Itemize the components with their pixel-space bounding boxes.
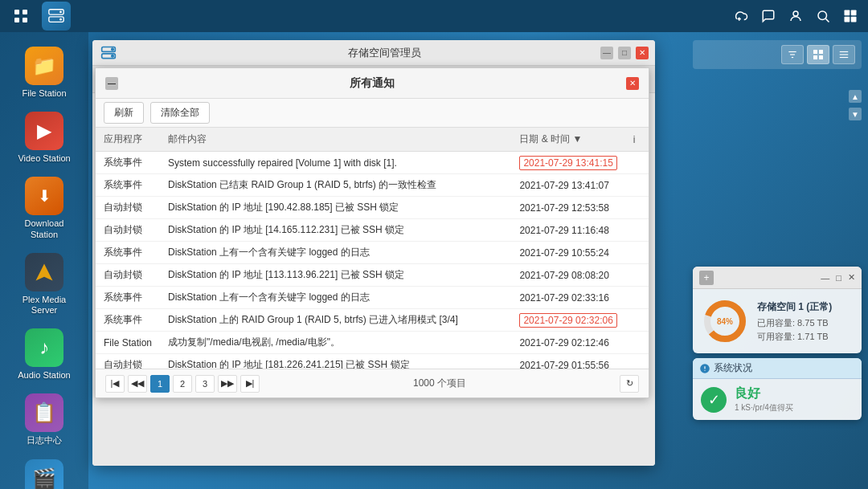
table-row[interactable]: 自动封锁DiskStation 的 IP 地址 [181.226.241.215… <box>96 354 649 369</box>
list-view-button[interactable] <box>833 45 855 64</box>
sidebar-item-label: File Station <box>22 88 66 99</box>
pagination-page-3[interactable]: 3 <box>195 375 215 393</box>
cell-content: DiskStation 上有一个含有关键字 logged 的日志 <box>160 287 511 309</box>
grid-view-button[interactable] <box>807 45 829 64</box>
apps-grid-button[interactable] <box>6 2 35 31</box>
storage-manager-taskbar-icon[interactable] <box>42 2 71 31</box>
widget-body: 84% 存储空间 1 (正常) 已用容量: 8.75 TB 可用容量: 1.71… <box>693 289 862 353</box>
sidebar-item-label: Download Station <box>11 218 77 239</box>
cell-source: 系统事件 <box>96 174 160 197</box>
window-restore-button[interactable]: □ <box>618 47 631 59</box>
window-minimize-button[interactable]: — <box>600 47 613 59</box>
grid-view-icon[interactable] <box>839 5 862 27</box>
window-app-icon <box>100 45 117 61</box>
table-row[interactable]: 自动封锁DiskStation 的 IP 地址 [113.113.96.221]… <box>96 264 649 287</box>
svg-point-8 <box>793 11 798 16</box>
widget-header: + — □ ✕ <box>693 267 862 289</box>
system-widget-title: 系统状况 <box>714 361 752 375</box>
pagination-page-1[interactable]: 1 <box>150 375 170 393</box>
file-station-icon: 📁 <box>25 47 63 85</box>
system-widget: 系统状况 ✓ 良好 1 kS·/pr/4值得买 <box>693 358 862 420</box>
status-check-icon: ✓ <box>701 387 727 413</box>
pagination-first[interactable]: |◀ <box>105 375 125 393</box>
svg-point-7 <box>59 18 62 21</box>
window-title: 存储空间管理员 <box>121 46 647 60</box>
notification-scroll-area[interactable]: 应用程序 邮件内容 日期 & 时间 ▼ i 系统事件System success… <box>96 128 649 369</box>
cell-content: DiskStation 的 IP 地址 [190.42.88.185] 已被 S… <box>160 197 511 219</box>
table-row[interactable]: 系统事件DiskStation 上有一个含有关键字 logged 的日志2021… <box>96 242 649 264</box>
storage-info: 存储空间 1 (正常) 已用容量: 8.75 TB 可用容量: 1.71 TB <box>757 300 854 343</box>
svg-point-6 <box>59 11 62 14</box>
svg-point-18 <box>112 48 114 51</box>
taskbar-left <box>6 2 71 31</box>
taskbar-right <box>730 5 862 27</box>
table-row[interactable]: 系统事件DiskStation 上的 RAID Group 1 (RAID 5,… <box>96 309 649 332</box>
cell-date: 2021-07-29 12:53:58 <box>511 197 624 219</box>
desktop: 📁 File Station ▶ Video Station ⬇ Downloa… <box>0 32 868 489</box>
notif-close-button[interactable]: ✕ <box>626 77 639 90</box>
cell-content: DiskStation 的 IP 地址 [14.165.112.231] 已被 … <box>160 219 511 242</box>
sidebar-item-video-station[interactable]: ▶ Video Station <box>8 107 80 169</box>
sidebar-item-audio-station[interactable]: ♪ Audio Station <box>8 324 80 385</box>
sidebar-item-log-center[interactable]: 📋 日志中心 <box>8 389 80 450</box>
widget-restore-button[interactable]: □ <box>836 273 841 283</box>
table-header: 应用程序 邮件内容 日期 & 时间 ▼ i <box>96 128 649 152</box>
table-row[interactable]: 自动封锁DiskStation 的 IP 地址 [190.42.88.185] … <box>96 197 649 219</box>
refresh-button[interactable]: 刷新 <box>104 102 144 124</box>
total-count: 1000 个项目 <box>413 377 466 390</box>
sidebar-item-label: Video Station <box>18 153 70 164</box>
table-row[interactable]: File Station成功复制"/media/电视剧, /media/电影"。… <box>96 332 649 354</box>
window-close-button[interactable]: ✕ <box>636 47 649 59</box>
cell-source: 自动封锁 <box>96 264 160 287</box>
widget-add-button[interactable]: + <box>699 271 714 285</box>
pagination-page-2[interactable]: 2 <box>173 375 192 393</box>
refresh-icon-button[interactable]: ↻ <box>620 375 639 393</box>
search-icon[interactable] <box>812 5 834 27</box>
sidebar-item-plex[interactable]: Plex Media Server <box>8 248 80 320</box>
cell-info <box>625 197 649 219</box>
table-row[interactable]: 系统事件System successfully repaired [Volume… <box>96 152 649 174</box>
sidebar-item-file-station[interactable]: 📁 File Station <box>8 42 80 104</box>
notif-minimize-button[interactable]: — <box>105 77 118 90</box>
table-row[interactable]: 系统事件DiskStation 上有一个含有关键字 logged 的日志2021… <box>96 287 649 309</box>
svg-rect-11 <box>845 10 850 16</box>
window-titlebar: 存储空间管理员 — □ ✕ <box>92 40 655 66</box>
cell-info <box>625 242 649 264</box>
svg-rect-26 <box>819 55 823 59</box>
widget-minus-button[interactable]: — <box>821 273 829 283</box>
notification-tbody: 系统事件System successfully repaired [Volume… <box>96 152 649 369</box>
filter-button[interactable] <box>781 45 804 64</box>
col-date[interactable]: 日期 & 时间 ▼ <box>511 128 624 152</box>
cell-content: DiskStation 上的 RAID Group 1 (RAID 5, btr… <box>160 309 511 332</box>
sidebar-item-download-station[interactable]: ⬇ Download Station <box>8 172 80 244</box>
sidebar-item-mp4[interactable]: 🎬 MP4 <box>8 454 80 490</box>
cell-source: 自动封锁 <box>96 197 160 219</box>
user-icon[interactable] <box>784 5 807 27</box>
message-icon[interactable] <box>757 5 780 27</box>
cloud-icon[interactable] <box>730 5 752 27</box>
cell-date: 2021-07-29 08:08:20 <box>511 264 624 287</box>
pagination-last[interactable]: ▶| <box>240 375 260 393</box>
scroll-up-button[interactable]: ▲ <box>849 90 862 103</box>
widget-close-button[interactable]: ✕ <box>848 272 855 283</box>
table-row[interactable]: 自动封锁DiskStation 的 IP 地址 [14.165.112.231]… <box>96 219 649 242</box>
pagination-prev[interactable]: ◀◀ <box>128 375 147 393</box>
mp4-icon: 🎬 <box>25 459 63 490</box>
cell-info <box>625 174 649 197</box>
cell-source: 系统事件 <box>96 242 160 264</box>
cell-date: 2021-07-29 02:32:06 <box>511 309 624 332</box>
pagination-next[interactable]: ▶▶ <box>218 375 237 393</box>
svg-rect-3 <box>23 18 27 22</box>
system-widget-body: ✓ 良好 1 kS·/pr/4值得买 <box>693 379 862 420</box>
cell-date: 2021-07-29 11:16:48 <box>511 219 624 242</box>
cell-info <box>625 152 649 174</box>
svg-rect-14 <box>851 17 857 22</box>
taskbar <box>0 0 868 32</box>
cell-date: 2021-07-29 02:12:46 <box>511 332 624 354</box>
col-source: 应用程序 <box>96 128 160 152</box>
cell-source: 系统事件 <box>96 152 160 174</box>
table-row[interactable]: 系统事件DiskStation 已结束 RAID Group 1 (RAID 5… <box>96 174 649 197</box>
status-sub-text: 1 kS·/pr/4值得买 <box>735 402 793 414</box>
scroll-down-button[interactable]: ▼ <box>849 108 862 120</box>
clear-all-button[interactable]: 清除全部 <box>150 102 210 124</box>
